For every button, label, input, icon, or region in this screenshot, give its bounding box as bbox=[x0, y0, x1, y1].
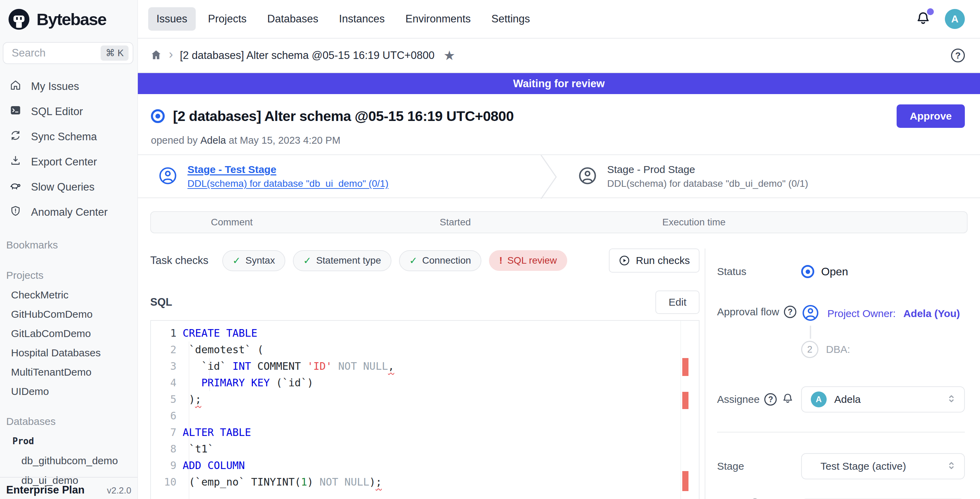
sidebar-project-checkmetric[interactable]: CheckMetric bbox=[0, 285, 137, 305]
status-value: Open bbox=[821, 265, 848, 278]
help-icon[interactable]: ? bbox=[951, 49, 965, 62]
task-checks-row: Task checks ✓Syntax✓Statement type✓Conne… bbox=[150, 248, 700, 273]
code-line-5: 5 ); bbox=[151, 391, 699, 408]
stage-card-test[interactable]: Stage - Test Stage DDL(schema) for datab… bbox=[138, 155, 540, 197]
nav-tab-settings[interactable]: Settings bbox=[483, 7, 538, 31]
check-pill-sql-review[interactable]: !SQL review bbox=[489, 250, 567, 271]
chevron-right-icon: › bbox=[169, 47, 173, 62]
check-icon: ✓ bbox=[409, 255, 417, 266]
nav-tab-environments[interactable]: Environments bbox=[397, 7, 479, 31]
top-navigation-bar: IssuesProjectsDatabasesInstancesEnvironm… bbox=[138, 0, 980, 38]
stage-task-link[interactable]: DDL(schema) for database "db_ui_demo" (0… bbox=[188, 178, 388, 189]
code-text: (`emp_no` TINYINT(1) NOT NULL); bbox=[183, 474, 382, 490]
sidebar-item-label: Slow Queries bbox=[31, 181, 94, 193]
line-number: 10 bbox=[151, 474, 183, 490]
notifications-button[interactable] bbox=[915, 10, 931, 27]
breadcrumb-title[interactable]: [2 databases] Alter schema @05-15 16:19 … bbox=[180, 49, 434, 62]
plan-name: Enterprise Plan bbox=[6, 484, 84, 496]
stage-title[interactable]: Stage - Prod Stage bbox=[607, 164, 808, 175]
code-text: CREATE TABLE bbox=[183, 325, 258, 342]
approval-connector bbox=[810, 326, 811, 339]
sidebar-project-githubcomdemo[interactable]: GitHubComDemo bbox=[0, 305, 137, 324]
approve-button[interactable]: Approve bbox=[897, 105, 965, 128]
run-checks-button[interactable]: Run checks bbox=[609, 248, 700, 273]
stage-value: Test Stage (active) bbox=[811, 461, 906, 472]
nav-tab-databases[interactable]: Databases bbox=[259, 7, 327, 31]
notification-dot bbox=[927, 8, 934, 15]
approval-step-1[interactable]: Project Owner: Adela (You) bbox=[801, 304, 965, 324]
help-icon[interactable]: ? bbox=[764, 393, 777, 405]
assignee-select[interactable]: A Adela bbox=[801, 386, 965, 413]
approval-user[interactable]: Adela (You) bbox=[903, 308, 960, 319]
sidebar-project-list: CheckMetricGitHubComDemoGitLabComDemoHos… bbox=[0, 285, 137, 401]
stage-card-prod[interactable]: Stage - Prod Stage DDL(schema) for datab… bbox=[558, 155, 980, 197]
sidebar-item-anomaly-center[interactable]: Anomaly Center bbox=[0, 200, 137, 225]
sidebar-item-export-center[interactable]: Export Center bbox=[0, 149, 137, 174]
check-pill-statement-type[interactable]: ✓Statement type bbox=[293, 250, 391, 271]
star-icon[interactable]: ★ bbox=[444, 48, 455, 63]
check-pill-connection[interactable]: ✓Connection bbox=[399, 250, 481, 271]
person-circle-icon bbox=[578, 166, 598, 187]
sidebar-item-label: My Issues bbox=[31, 80, 79, 93]
line-number: 8 bbox=[151, 441, 183, 457]
stage-separator-chevron bbox=[540, 155, 558, 199]
sidebar-project-hospital-databases[interactable]: Hospital Databases bbox=[0, 343, 137, 362]
approval-flow-row: Approval flow ? Project Owner: Adela (Yo… bbox=[717, 304, 965, 358]
stage-task-link[interactable]: DDL(schema) for database "db_ui_demo" (0… bbox=[607, 178, 808, 189]
code-text: PRIMARY KEY (`id`) bbox=[183, 375, 313, 391]
issue-author[interactable]: Adela bbox=[200, 135, 226, 146]
divider bbox=[717, 432, 965, 432]
stage-select-row: Stage Test Stage (active) bbox=[717, 453, 965, 479]
check-label: Connection bbox=[422, 255, 471, 266]
sql-editor[interactable]: 1CREATE TABLE2 `demotest` (3 `id` INT CO… bbox=[150, 320, 700, 499]
assignee-label: Assignee bbox=[717, 394, 759, 405]
edit-sql-button[interactable]: Edit bbox=[655, 291, 700, 314]
task-run-table-header: Comment Started Execution time bbox=[150, 211, 967, 233]
sidebar-project-gitlabcomdemo[interactable]: GitLabComDemo bbox=[0, 324, 137, 343]
step-number-badge: 2 bbox=[801, 341, 818, 358]
subscribe-bell-icon[interactable] bbox=[781, 392, 794, 407]
line-number: 7 bbox=[151, 424, 183, 441]
code-line-4: 4 PRIMARY KEY (`id`) bbox=[151, 375, 699, 391]
sidebar-section-databases: Databases bbox=[0, 412, 137, 431]
approval-flow-label: Approval flow bbox=[717, 306, 779, 318]
gutter-separator bbox=[189, 342, 189, 499]
brand-logo[interactable]: Bytebase bbox=[0, 0, 137, 38]
code-text: `id` INT COMMENT 'ID' NOT NULL, bbox=[183, 358, 394, 375]
sidebar: Bytebase Search ⌘ K My IssuesSQL EditorS… bbox=[0, 0, 138, 499]
code-line-7: 7ALTER TABLE bbox=[151, 424, 699, 441]
status-label: Status bbox=[717, 266, 801, 277]
line-number: 9 bbox=[151, 457, 183, 474]
search-input[interactable]: Search ⌘ K bbox=[3, 42, 134, 64]
sidebar-project-multitenantdemo[interactable]: MultiTenantDemo bbox=[0, 362, 137, 382]
sidebar-project-uidemo[interactable]: UIDemo bbox=[0, 382, 137, 401]
sync-schema-icon bbox=[10, 130, 21, 144]
issue-open-status-icon bbox=[151, 109, 165, 123]
select-stepper-icon bbox=[945, 460, 957, 473]
nav-tab-issues[interactable]: Issues bbox=[148, 7, 196, 31]
stage-title[interactable]: Stage - Test Stage bbox=[188, 164, 388, 175]
sidebar-item-my-issues[interactable]: My Issues bbox=[0, 74, 137, 99]
sidebar-section-bookmarks: Bookmarks bbox=[0, 235, 137, 255]
sidebar-database-db-githubcom-demo[interactable]: db_githubcom_demo bbox=[0, 451, 137, 470]
nav-tab-instances[interactable]: Instances bbox=[331, 7, 393, 31]
nav-tab-projects[interactable]: Projects bbox=[200, 7, 255, 31]
stage-select[interactable]: Test Stage (active) bbox=[801, 453, 965, 479]
sidebar-item-label: Sync Schema bbox=[31, 130, 97, 143]
sidebar-item-slow-queries[interactable]: Slow Queries bbox=[0, 174, 137, 200]
code-text: ALTER TABLE bbox=[183, 424, 251, 441]
check-pill-syntax[interactable]: ✓Syntax bbox=[222, 250, 285, 271]
check-label: Syntax bbox=[245, 255, 275, 266]
help-icon[interactable]: ? bbox=[784, 306, 796, 318]
main-column: IssuesProjectsDatabasesInstancesEnvironm… bbox=[138, 0, 980, 499]
approval-step-2: 2 DBA: bbox=[801, 341, 965, 358]
sidebar-item-sql-editor[interactable]: SQL Editor bbox=[0, 99, 137, 124]
search-placeholder: Search bbox=[12, 47, 100, 59]
avatar[interactable]: A bbox=[945, 9, 965, 29]
sidebar-item-sync-schema[interactable]: Sync Schema bbox=[0, 124, 137, 149]
check-pills: ✓Syntax✓Statement type✓Connection!SQL re… bbox=[222, 250, 567, 271]
check-label: Statement type bbox=[316, 255, 381, 266]
review-status-banner: Waiting for review bbox=[138, 73, 980, 94]
home-icon[interactable] bbox=[150, 49, 162, 62]
sql-editor-icon bbox=[10, 105, 21, 119]
